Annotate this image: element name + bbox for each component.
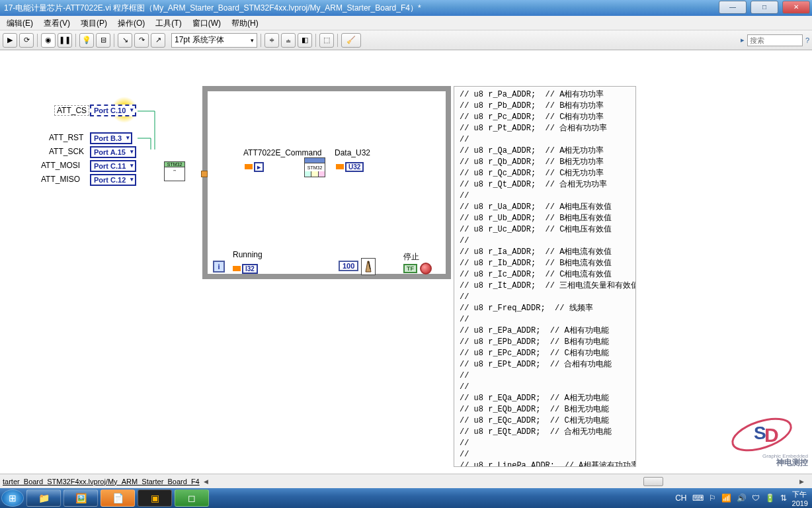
loop-tunnel <box>201 171 208 177</box>
scroll-left-icon[interactable]: ◀ <box>200 478 212 485</box>
search-input[interactable] <box>747 34 803 46</box>
stop-tf-box: TF <box>403 264 417 273</box>
taskbar: ⊞ 📁 🖼️ 📄 ▣ ◻ CH ⌨ ⚐ 📶 🔊 🛡 🔋 ⇅ 下午2019 <box>0 488 812 508</box>
resize-button[interactable]: ◧ <box>298 33 312 48</box>
window-title: 17-电能计量芯片-ATT7022E.vi 程序框图（My_ARM_Starte… <box>4 0 421 16</box>
window-titlebar: 17-电能计量芯片-ATT7022E.vi 程序框图（My_ARM_Starte… <box>0 0 812 16</box>
label-cmd: ATT7022E_Command <box>243 148 322 157</box>
menu-tools[interactable]: 工具(T) <box>150 16 186 30</box>
run-button[interactable]: ▶ <box>3 33 17 48</box>
separator <box>315 34 316 47</box>
port-select-mosi[interactable]: Port C.11 <box>90 160 136 172</box>
scroll-thumb[interactable] <box>643 477 663 486</box>
abort-button[interactable]: ◉ <box>41 33 56 48</box>
distribute-button[interactable]: ⫨ <box>281 33 296 48</box>
indicator-data-u32[interactable]: U32 <box>336 160 364 172</box>
tray-battery-icon[interactable]: 🔋 <box>765 493 775 503</box>
while-loop[interactable]: ATT7022E_Command STM32 ▸ Data_U32 U32 Ru… <box>202 86 451 279</box>
code-comment-box[interactable]: // u8 r_Pa_ADDR; // A相有功功率 // u8 r_Pb_AD… <box>454 86 636 467</box>
label-att-rst: ATT_RST <box>49 133 83 142</box>
separator <box>261 34 261 47</box>
scroll-right-icon[interactable]: ▶ <box>795 478 808 485</box>
menu-operate[interactable]: 操作(O) <box>112 16 150 30</box>
separator <box>75 34 76 47</box>
taskbar-pdf[interactable]: 📄 <box>101 489 135 507</box>
stop-control[interactable]: 停止 TF <box>403 251 451 275</box>
system-tray: CH ⌨ ⚐ 📶 🔊 🛡 🔋 ⇅ 下午2019 <box>675 489 812 507</box>
font-selector[interactable]: 17pt 系统字体 <box>171 33 257 48</box>
step-over-button[interactable]: ↷ <box>134 33 149 48</box>
menu-help[interactable]: 帮助(H) <box>226 16 264 30</box>
separator <box>337 34 338 47</box>
tray-usb-icon[interactable]: ⇅ <box>780 493 787 503</box>
io-cluster-node[interactable]: STM32 ⎓ <box>164 161 185 181</box>
svg-marker-0 <box>366 261 371 272</box>
run-cont-button[interactable]: ⟳ <box>19 33 34 48</box>
close-button[interactable]: ✕ <box>782 1 810 14</box>
tray-time[interactable]: 下午2019 <box>792 489 808 507</box>
taskbar-explorer[interactable]: 📁 <box>26 489 61 507</box>
step-into-button[interactable]: ↘ <box>118 33 132 48</box>
taskbar-labview[interactable]: ▣ <box>138 489 172 507</box>
project-path[interactable]: tarter_Board_STM32F4xx.lvproj/My_ARM_Sta… <box>0 478 200 486</box>
menu-project[interactable]: 项目(P) <box>75 16 112 30</box>
step-out-button[interactable]: ↗ <box>151 33 165 48</box>
tray-flag-icon[interactable]: ⚐ <box>709 493 716 503</box>
taskbar-photos[interactable]: 🖼️ <box>63 489 98 507</box>
reorder-button[interactable]: ⬚ <box>319 33 334 48</box>
constant-100[interactable]: 100 <box>339 261 358 271</box>
footer-scrollbar[interactable]: tarter_Board_STM32F4xx.lvproj/My_ARM_Sta… <box>0 474 812 488</box>
align-button[interactable]: ⫩ <box>264 33 279 48</box>
tray-shield-icon[interactable]: 🛡 <box>752 493 760 503</box>
taskbar-camtasia[interactable]: ◻ <box>175 489 209 507</box>
port-select-miso[interactable]: Port C.12 <box>90 174 136 186</box>
label-att-mosi: ATT_MOSI <box>41 161 80 170</box>
font-label: 17pt 系统字体 <box>175 34 224 46</box>
port-select-cs[interactable]: Port C.10 <box>90 105 136 116</box>
indicator-running[interactable]: I32 <box>233 262 258 274</box>
search-arrow-icon[interactable]: ▸ <box>741 36 745 44</box>
tray-volume-icon[interactable]: 🔊 <box>737 493 747 503</box>
start-button[interactable]: ⊞ <box>1 489 24 507</box>
loop-iteration-terminal[interactable]: i <box>213 261 225 273</box>
tray-ime[interactable]: CH <box>675 493 686 503</box>
block-diagram[interactable]: ATT_CS Port C.10 ATT_RST Port B.3 ATT_SC… <box>0 50 812 474</box>
menu-window[interactable]: 窗口(W) <box>187 16 226 30</box>
minimize-button[interactable]: — <box>719 1 747 14</box>
menu-bar: 编辑(E) 查看(V) 项目(P) 操作(O) 工具(T) 窗口(W) 帮助(H… <box>0 16 812 30</box>
menu-edit[interactable]: 编辑(E) <box>1 16 38 30</box>
tray-keyboard-icon[interactable]: ⌨ <box>692 493 704 503</box>
tray-network-icon[interactable]: 📶 <box>721 493 731 503</box>
label-data-u32: Data_U32 <box>335 148 370 157</box>
pause-button[interactable]: ❚❚ <box>58 33 72 48</box>
separator <box>37 34 38 47</box>
wait-ms-node[interactable] <box>361 258 376 275</box>
label-att-miso: ATT_MISO <box>41 175 80 184</box>
port-select-rst[interactable]: Port B.3 <box>90 132 132 144</box>
label-att-sck: ATT_SCK <box>49 147 84 156</box>
maximize-button[interactable]: □ <box>751 1 778 14</box>
menu-view[interactable]: 查看(V) <box>38 16 75 30</box>
highlight-exec-button[interactable]: 💡 <box>79 33 94 48</box>
port-select-sck[interactable]: Port A.15 <box>90 146 136 158</box>
control-arrow-icon: ▸ <box>245 160 264 172</box>
separator <box>114 34 114 47</box>
toolbar: ▶ ⟳ ◉ ❚❚ 💡 ⊟ ↘ ↷ ↗ 17pt 系统字体 ⫩ ⫨ ◧ ⬚ 🧹 ▸… <box>0 30 812 50</box>
help-icon[interactable]: ? <box>805 36 809 44</box>
subvi-att7022e-command[interactable]: STM32 <box>304 157 325 177</box>
loop-condition-terminal[interactable] <box>420 263 432 275</box>
retain-wire-button[interactable]: ⊟ <box>96 33 110 48</box>
label-running: Running <box>233 250 263 259</box>
cleanup-button[interactable]: 🧹 <box>341 33 361 48</box>
window-controls: — □ ✕ <box>717 0 812 16</box>
label-stop: 停止 <box>403 251 419 263</box>
